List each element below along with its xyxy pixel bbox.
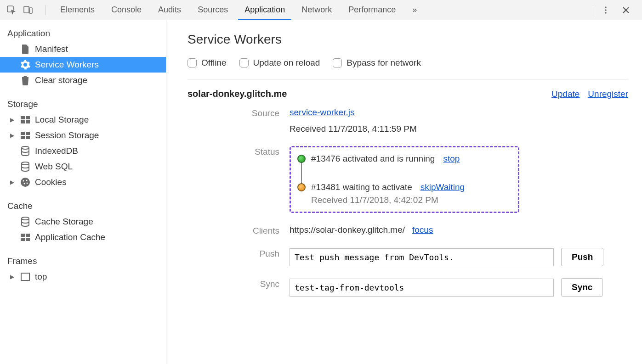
tab-console[interactable]: Console <box>103 0 150 20</box>
sidebar-item-session-storage[interactable]: ▶Session Storage <box>0 128 166 143</box>
frame-icon <box>20 272 30 282</box>
sidebar-item-cookies[interactable]: ▶Cookies <box>0 174 166 190</box>
tab-performance[interactable]: Performance <box>340 0 404 20</box>
sidebar-group-title: Cache <box>0 196 166 214</box>
application-sidebar: ApplicationManifestService WorkersClear … <box>0 20 166 364</box>
sidebar-item-service-workers[interactable]: Service Workers <box>0 57 166 73</box>
trash-icon <box>20 75 30 85</box>
sidebar-item-top[interactable]: ▶top <box>0 269 166 285</box>
sidebar-group-title: Storage <box>0 95 166 112</box>
svg-rect-23 <box>26 234 30 237</box>
svg-point-4 <box>605 9 607 11</box>
chevron-right-icon: ▶ <box>10 274 14 280</box>
stop-link[interactable]: stop <box>443 154 460 164</box>
client-url: https://solar-donkey.glitch.me/ <box>290 225 405 235</box>
close-icon[interactable] <box>620 4 632 16</box>
svg-rect-25 <box>26 238 30 241</box>
svg-rect-9 <box>26 120 30 123</box>
chevron-right-icon: ▶ <box>10 117 14 123</box>
table-icon <box>20 232 30 242</box>
skipwaiting-link[interactable]: skipWaiting <box>420 182 465 192</box>
unregister-link[interactable]: Unregister <box>588 89 628 99</box>
tab-elements[interactable]: Elements <box>52 0 103 20</box>
sw-options-row: Offline Update on reload Bypass for netw… <box>187 55 628 79</box>
sidebar-item-local-storage[interactable]: ▶Local Storage <box>0 112 166 128</box>
chevron-right-icon: ▶ <box>10 132 14 139</box>
sidebar-item-manifest[interactable]: Manifest <box>0 41 166 57</box>
source-label: Source <box>187 107 279 118</box>
sidebar-item-label: Web SQL <box>35 162 73 172</box>
sidebar-item-label: Manifest <box>35 44 68 54</box>
sidebar-item-label: IndexedDB <box>35 146 78 156</box>
sidebar-item-web-sql[interactable]: Web SQL <box>0 159 166 174</box>
db-icon <box>20 162 30 172</box>
tab-network[interactable]: Network <box>293 0 340 20</box>
kebab-menu-icon[interactable] <box>600 4 612 16</box>
sidebar-item-label: Clear storage <box>35 75 87 85</box>
status-waiting-received: Received 11/7/2018, 4:42:02 PM <box>311 195 510 205</box>
sidebar-item-label: Session Storage <box>35 130 99 140</box>
tab-application[interactable]: Application <box>236 0 293 20</box>
sidebar-item-cache-storage[interactable]: Cache Storage <box>0 214 166 230</box>
svg-point-15 <box>22 162 29 165</box>
db-icon <box>20 217 30 227</box>
status-waiting-text: #13481 waiting to activate <box>311 182 412 192</box>
inspect-icon[interactable] <box>6 4 17 16</box>
svg-rect-13 <box>26 136 30 139</box>
gear-icon <box>20 60 30 70</box>
toolbar-separator <box>593 5 593 15</box>
device-toggle-icon[interactable] <box>22 4 34 16</box>
svg-point-20 <box>27 183 28 184</box>
svg-rect-26 <box>21 273 29 280</box>
tab-audits[interactable]: Audits <box>150 0 189 20</box>
svg-point-3 <box>605 6 607 8</box>
sidebar-item-label: Application Cache <box>35 232 105 242</box>
svg-rect-24 <box>21 238 25 241</box>
svg-rect-2 <box>29 8 32 13</box>
sidebar-item-indexeddb[interactable]: IndexedDB <box>0 143 166 159</box>
toolbar-separator <box>45 5 45 15</box>
clients-label: Clients <box>187 225 279 236</box>
sidebar-group-title: Frames <box>0 252 166 269</box>
svg-point-16 <box>21 178 30 187</box>
status-label: Status <box>187 146 279 157</box>
sidebar-group-title: Application <box>0 24 166 41</box>
status-box: #13476 activated and is running stop #13… <box>290 146 519 213</box>
page-title: Service Workers <box>187 32 628 47</box>
sidebar-item-clear-storage[interactable]: Clear storage <box>0 73 166 88</box>
push-button[interactable]: Push <box>561 248 603 266</box>
table-icon <box>20 115 30 125</box>
sidebar-item-label: Local Storage <box>35 115 89 125</box>
svg-point-21 <box>22 217 29 220</box>
db-icon <box>20 146 30 156</box>
sync-input[interactable] <box>290 279 554 297</box>
svg-rect-12 <box>21 136 25 139</box>
sidebar-item-label: top <box>35 272 47 282</box>
service-workers-panel: Service Workers Offline Update on reload… <box>166 20 642 364</box>
devtools-toolbar: Elements Console Audits Sources Applicat… <box>0 0 642 20</box>
svg-rect-1 <box>24 6 29 13</box>
source-link[interactable]: service-worker.js <box>290 107 354 117</box>
status-dot-waiting-icon <box>297 183 306 191</box>
tab-more[interactable]: » <box>404 0 425 20</box>
focus-link[interactable]: focus <box>412 225 433 235</box>
svg-rect-22 <box>21 234 25 237</box>
update-on-reload-checkbox[interactable]: Update on reload <box>239 58 320 68</box>
bypass-network-checkbox[interactable]: Bypass for network <box>333 58 421 68</box>
sidebar-item-application-cache[interactable]: Application Cache <box>0 230 166 245</box>
chevron-right-icon: ▶ <box>10 179 14 185</box>
push-label: Push <box>187 248 279 259</box>
update-link[interactable]: Update <box>551 89 580 99</box>
tab-sources[interactable]: Sources <box>189 0 236 20</box>
status-active-text: #13476 activated and is running <box>311 154 435 164</box>
offline-checkbox[interactable]: Offline <box>187 58 227 68</box>
file-icon <box>20 44 30 54</box>
svg-rect-11 <box>26 132 30 135</box>
push-input[interactable] <box>290 248 554 266</box>
sidebar-item-label: Cookies <box>35 177 67 187</box>
received-text: Received 11/7/2018, 4:11:59 PM <box>290 124 628 134</box>
sync-button[interactable]: Sync <box>561 278 603 297</box>
svg-point-14 <box>22 146 29 149</box>
sidebar-item-label: Service Workers <box>35 60 99 70</box>
cookie-icon <box>20 177 30 187</box>
